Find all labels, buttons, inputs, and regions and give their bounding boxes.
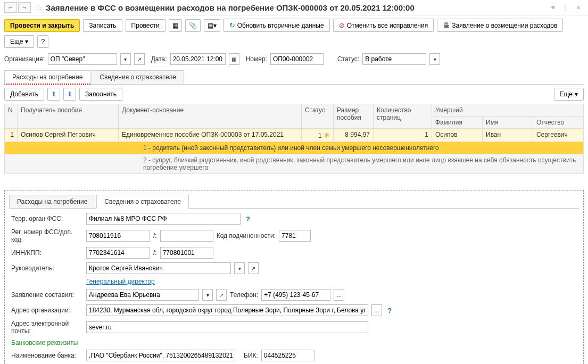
num-field[interactable]: [270, 53, 324, 65]
cell-lastname: Осипов: [432, 129, 483, 142]
bank-field[interactable]: [86, 350, 235, 361]
move-down-button[interactable]: ⬇: [63, 88, 76, 101]
post-button[interactable]: Провести: [126, 19, 165, 32]
phone-label: Телефон:: [230, 291, 258, 299]
document-icon: ▦: [172, 22, 178, 29]
compiler-field[interactable]: [86, 289, 199, 301]
status-edit-icon: ✳: [324, 131, 330, 139]
reg-field[interactable]: [86, 230, 150, 242]
lower-tab-insurer[interactable]: Сведения о страхователе: [96, 195, 189, 209]
compiler-open-button[interactable]: ↗: [216, 289, 227, 301]
cell-firstname: Иван: [483, 129, 533, 142]
col-deceased: Умерший: [432, 104, 584, 117]
write-button[interactable]: Записать: [83, 19, 122, 32]
menu-icon[interactable]: ⋮: [560, 2, 571, 13]
status-option-1[interactable]: 1 - родитель (иной законный представител…: [5, 142, 584, 154]
cell-pages: 1: [374, 129, 432, 142]
org-open-button[interactable]: ↗: [134, 53, 145, 65]
page-icon: ▤▾: [208, 22, 217, 29]
inn-label: ИНН/КПП:: [11, 249, 83, 257]
sub-label: Код подчиненности:: [217, 232, 276, 239]
move-up-button[interactable]: ⬆: [47, 88, 60, 101]
cell-amount: 8 994,97: [334, 129, 374, 142]
org-dropdown-button[interactable]: ▾: [120, 53, 131, 65]
sub-field[interactable]: [279, 230, 311, 242]
num-label: Номер:: [246, 55, 267, 63]
cell-recipient: Осипов Сергей Петрович: [18, 129, 119, 142]
col-status: Статус: [302, 104, 334, 129]
org-label: Организация:: [4, 55, 45, 63]
link-icon[interactable]: ⚭: [548, 2, 558, 13]
reg-label: Рег. номер ФСС/доп. код:: [11, 228, 83, 243]
table-row[interactable]: 1 Осипов Сергей Петрович Единовременное …: [5, 129, 584, 142]
lower-tab-expenses[interactable]: Расходы на погребение: [9, 195, 95, 208]
head-label: Руководитель:: [11, 264, 83, 272]
dropdown-button[interactable]: ▤▾: [204, 19, 220, 32]
compiler-label: Заявление составил:: [11, 291, 83, 299]
more-button[interactable]: Еще ▾: [4, 35, 34, 48]
terr-help-icon[interactable]: ?: [246, 215, 250, 223]
refresh-icon: ↻: [229, 21, 235, 29]
clip-icon: 📎: [189, 22, 197, 29]
cell-status[interactable]: 1 ✳: [302, 129, 334, 142]
help-button[interactable]: ?: [37, 35, 48, 48]
attach-button[interactable]: 📎: [185, 19, 201, 32]
post-close-button[interactable]: Провести и закрыть: [4, 19, 80, 32]
col-doc: Документ-основание: [119, 104, 302, 129]
phone-field[interactable]: [261, 289, 330, 301]
close-icon[interactable]: ×: [573, 2, 584, 13]
report-button[interactable]: 🖶 Заявление о возмещении расходов: [437, 19, 563, 32]
head-field[interactable]: [86, 262, 231, 274]
col-patronymic: Отчество: [533, 117, 584, 129]
col-n: N: [5, 104, 18, 129]
org-field[interactable]: [48, 53, 117, 65]
col-lastname: Фамилия: [432, 117, 483, 129]
print-icon: 🖶: [443, 21, 450, 29]
nav-back-button[interactable]: ←: [4, 2, 17, 13]
phone-more-button[interactable]: …: [334, 289, 344, 301]
expenses-table: N Получатель пособия Документ-основание …: [4, 104, 584, 174]
status-option-2[interactable]: 2 - супруг, близкий родственник, иной ро…: [5, 154, 584, 174]
bik-field[interactable]: [261, 350, 314, 361]
cell-doc: Единовременное пособие ОПЗК-000003 от 17…: [119, 129, 302, 142]
reg-extra-field[interactable]: [160, 230, 213, 242]
cell-n: 1: [5, 129, 18, 142]
date-field[interactable]: [170, 53, 226, 65]
page-title: Заявление в ФСС о возмещении расходов на…: [46, 3, 545, 12]
head-open-button[interactable]: ↗: [248, 262, 259, 274]
addr-more-button[interactable]: …: [371, 304, 382, 316]
date-picker-button[interactable]: ▦: [229, 53, 239, 65]
kpp-field[interactable]: [160, 247, 213, 259]
show-movements-button[interactable]: ▦: [169, 19, 182, 32]
add-button[interactable]: Добавить: [4, 88, 44, 101]
addr-help-icon[interactable]: ?: [387, 307, 392, 315]
col-pages: Количество страниц: [374, 104, 432, 129]
terr-label: Терр. орган ФСС:: [11, 215, 83, 222]
terr-field[interactable]: [86, 213, 241, 225]
inn-field[interactable]: [86, 247, 150, 259]
status-field[interactable]: [362, 53, 426, 65]
date-label: Дата:: [151, 55, 167, 63]
table-more-button[interactable]: Еще ▾: [554, 88, 584, 101]
addr-field[interactable]: [86, 304, 368, 316]
addr-label: Адрес организации:: [11, 307, 83, 314]
bank-label: Наименование банка:: [11, 352, 83, 359]
email-field[interactable]: [86, 321, 368, 333]
fill-button[interactable]: Заполнить: [79, 88, 122, 101]
refresh-button[interactable]: ↻ Обновить вторичные данные: [223, 19, 330, 32]
cell-patronymic: Сергеевич: [533, 129, 584, 142]
bank-section-title: Банковские реквизиты: [11, 339, 577, 346]
cancel-icon: ⊘: [339, 21, 345, 29]
compiler-dropdown-button[interactable]: ▾: [202, 289, 213, 301]
head-position-link[interactable]: Генеральный директор: [86, 278, 155, 285]
email-label: Адрес электронной почты:: [11, 320, 83, 335]
nav-forward-button[interactable]: →: [18, 2, 31, 13]
tab-insurer-info[interactable]: Сведения о страхователе: [92, 70, 184, 84]
cancel-fixes-button[interactable]: ⊘ Отменить все исправления: [333, 19, 434, 32]
col-firstname: Имя: [483, 117, 533, 129]
status-label: Статус:: [337, 55, 359, 63]
head-dropdown-button[interactable]: ▾: [234, 262, 245, 274]
favorite-star-icon[interactable]: ☆: [35, 3, 43, 13]
tab-expenses[interactable]: Расходы на погребение: [4, 70, 90, 85]
status-dropdown-button[interactable]: ▾: [429, 53, 440, 65]
